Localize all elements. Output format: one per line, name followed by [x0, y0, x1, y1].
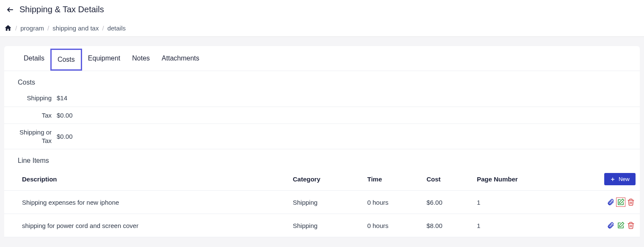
plus-icon [610, 177, 615, 182]
trash-icon[interactable] [626, 198, 636, 207]
breadcrumb-details: details [107, 25, 126, 32]
cell-category: Shipping [293, 222, 367, 229]
cost-value: $14 [57, 94, 67, 102]
header-category: Category [293, 176, 367, 183]
tab-costs[interactable]: Costs [50, 49, 82, 71]
cost-label: Shipping or Tax [18, 128, 52, 145]
tab-notes[interactable]: Notes [126, 49, 156, 71]
home-icon[interactable] [4, 24, 12, 32]
cost-value: $0.00 [57, 133, 73, 140]
cost-value: $0.00 [57, 112, 73, 119]
header-time: Time [367, 176, 427, 183]
table-row: Shipping expenses for new iphone Shippin… [4, 191, 640, 214]
cost-label: Tax [18, 111, 52, 120]
page-title: Shipping & Tax Details [19, 5, 104, 14]
new-button[interactable]: New [604, 173, 636, 185]
table-row: shipping for power cord and screen cover… [4, 214, 640, 237]
breadcrumb-shipping-and-tax[interactable]: shipping and tax [52, 25, 99, 32]
tab-details[interactable]: Details [18, 49, 50, 71]
header-page-number: Page Number [477, 176, 595, 183]
back-arrow-icon[interactable] [6, 5, 14, 14]
breadcrumb-program[interactable]: program [20, 25, 44, 32]
new-button-label: New [619, 176, 630, 182]
cell-page-number: 1 [477, 222, 595, 229]
breadcrumb-separator: / [15, 25, 17, 32]
cell-time: 0 hours [367, 222, 427, 229]
attachment-icon[interactable] [606, 198, 615, 207]
cost-row-shipping-or-tax: Shipping or Tax $0.00 [4, 124, 640, 149]
line-items-section-title: Line Items [4, 149, 640, 168]
tabs: Details Costs Equipment Notes Attachment… [4, 46, 640, 71]
cost-label: Shipping [18, 94, 52, 102]
cell-page-number: 1 [477, 199, 595, 206]
trash-icon[interactable] [626, 221, 636, 230]
tab-attachments[interactable]: Attachments [156, 49, 205, 71]
breadcrumb-separator: / [102, 25, 104, 32]
cell-cost: $8.00 [427, 222, 477, 229]
line-items-header: Description Category Time Cost Page Numb… [4, 168, 640, 191]
tab-equipment[interactable]: Equipment [82, 49, 127, 71]
cell-description: shipping for power cord and screen cover [22, 222, 293, 229]
cell-time: 0 hours [367, 199, 427, 206]
breadcrumb-separator: / [47, 25, 49, 32]
top-header: Shipping & Tax Details [0, 0, 644, 19]
cost-row-shipping: Shipping $14 [4, 90, 640, 107]
edit-icon[interactable] [616, 198, 625, 207]
cell-category: Shipping [293, 199, 367, 206]
cost-row-tax: Tax $0.00 [4, 107, 640, 124]
cell-description: Shipping expenses for new iphone [22, 199, 293, 206]
costs-section-title: Costs [4, 71, 640, 90]
header-description: Description [22, 176, 293, 183]
attachment-icon[interactable] [606, 221, 615, 230]
breadcrumb: / program / shipping and tax / details [0, 19, 644, 37]
main-panel: Details Costs Equipment Notes Attachment… [4, 46, 640, 237]
edit-icon[interactable] [616, 221, 625, 230]
cell-cost: $6.00 [427, 199, 477, 206]
content-area: Details Costs Equipment Notes Attachment… [0, 37, 644, 237]
header-cost: Cost [427, 176, 477, 183]
